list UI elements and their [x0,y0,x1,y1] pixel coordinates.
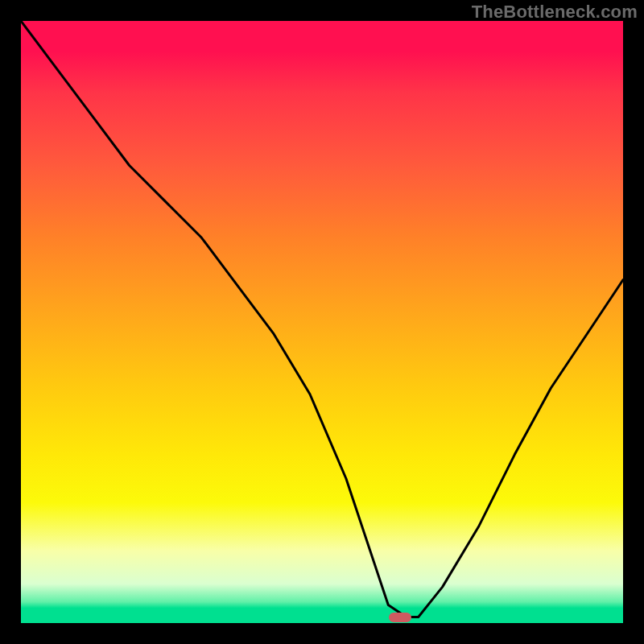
watermark-text: TheBottleneck.com [472,2,638,23]
optimal-marker [389,613,411,622]
chart-container: TheBottleneck.com [0,0,644,644]
plot-area [21,21,623,623]
bottleneck-curve [21,21,623,623]
